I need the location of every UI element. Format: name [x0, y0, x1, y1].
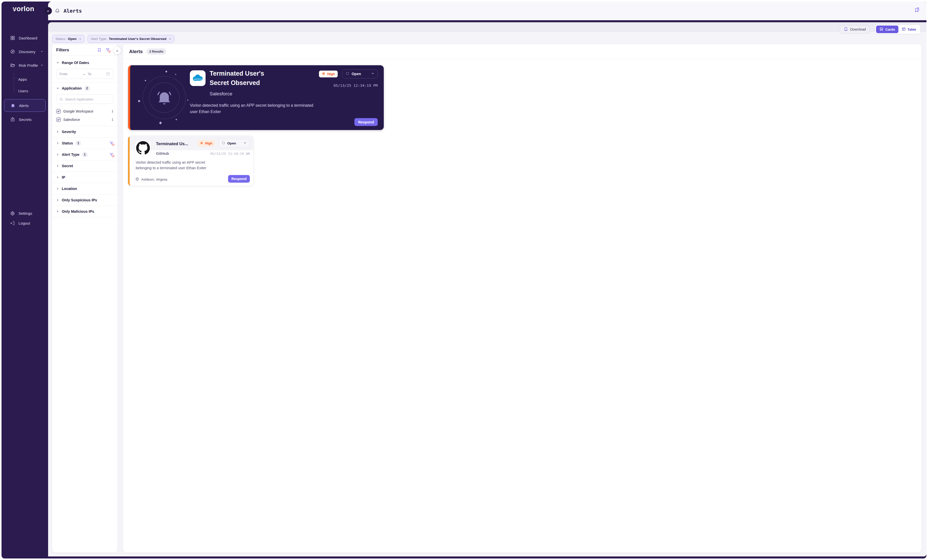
chevron-right-icon: [56, 176, 59, 179]
respond-button[interactable]: Respond: [228, 175, 250, 183]
filter-section-secret[interactable]: Secret: [52, 160, 118, 172]
chip-label: Alert Type:: [91, 37, 107, 41]
sidebar-item-alerts[interactable]: Alerts: [4, 99, 46, 112]
filters-end-divider: [52, 217, 118, 228]
status-label: Open: [227, 142, 236, 145]
sidebar-item-apps[interactable]: Apps: [2, 73, 48, 85]
github-logo: [135, 140, 151, 156]
alert-card-salesforce[interactable]: salesforce Terminated User's Secret Obse…: [128, 65, 384, 130]
alerts-header: Alerts 2 Results: [123, 44, 397, 59]
salesforce-logo: salesforce: [190, 70, 206, 86]
severity-label: High: [327, 72, 335, 76]
bell-illustration: [138, 69, 191, 126]
application-search: [56, 94, 113, 104]
filter-section-application[interactable]: Application 2: [52, 82, 118, 94]
sidebar-collapse-button[interactable]: «: [44, 7, 52, 15]
chevron-down-icon: [244, 142, 247, 145]
option-count: 1: [111, 109, 113, 113]
section-label: Status: [62, 141, 73, 145]
gear-icon: [10, 211, 15, 216]
sidebar-item-dashboard[interactable]: Dashboard: [2, 32, 48, 44]
search-icon: [59, 97, 63, 101]
respond-button[interactable]: Respond: [354, 118, 378, 126]
sidebar-item-discovery[interactable]: Discovery: [2, 45, 48, 58]
sidebar-item-risk-profile[interactable]: Risk Profile: [2, 59, 48, 72]
chevron-right-icon: [56, 142, 59, 145]
sidebar-item-secrets[interactable]: Secrets: [2, 113, 48, 126]
filters-collapse-button[interactable]: «: [113, 47, 121, 54]
filter-section-location[interactable]: Location: [52, 183, 118, 194]
toolbar: csv Download Cards Table: [48, 22, 397, 32]
filter-section-status[interactable]: Status 1: [52, 137, 118, 149]
option-count: 1: [111, 118, 113, 122]
top-header: « Alerts: [48, 2, 397, 20]
active-filter-chips: Status: Open × Alert Type: Terminated Us…: [52, 35, 174, 43]
bookmark-icon[interactable]: [97, 48, 102, 52]
alert-timestamp: 05/13/25 12:34:19 PM: [333, 84, 378, 88]
section-label: Only Malicious IPs: [62, 209, 94, 213]
status-dropdown[interactable]: Open: [219, 139, 250, 148]
filter-section-alert-type[interactable]: Alert Type 1: [52, 149, 118, 160]
sidebar-item-users[interactable]: Users: [2, 85, 48, 97]
folder-open-icon: [10, 63, 15, 68]
checkbox-checked[interactable]: [56, 109, 61, 114]
filter-section-only-suspicious-ips[interactable]: Only Suspicious IPs: [52, 194, 118, 205]
severity-badge: High: [197, 140, 215, 147]
clear-section-filter-icon[interactable]: [109, 152, 113, 157]
sidebar-item-label: Dashboard: [19, 36, 37, 40]
section-label: Location: [62, 187, 77, 191]
option-label: Google Workspace: [63, 109, 93, 113]
alert-card-github[interactable]: Terminated Us... High Open: [128, 136, 253, 186]
collapse-chevrons-icon: «: [116, 49, 118, 53]
logout-icon: [10, 221, 15, 226]
alert-title: Terminated Us...: [156, 142, 188, 146]
sidebar-item-label: Users: [18, 89, 28, 93]
sidebar-item-settings[interactable]: Settings: [2, 208, 48, 218]
checkbox-checked[interactable]: [56, 117, 61, 122]
alerts-panel: Alerts 2 Results: [123, 44, 397, 240]
chevron-right-icon: [56, 164, 59, 167]
close-icon[interactable]: ×: [79, 37, 81, 41]
date-to-placeholder[interactable]: To: [88, 72, 91, 76]
respond-label: Respond: [358, 120, 374, 124]
filter-chip-alert-type[interactable]: Alert Type: Terminated User's Secret Obs…: [88, 35, 174, 43]
status-dropdown[interactable]: Open: [342, 69, 378, 78]
sidebar: vorlon Dashboard Discovery Risk Profile: [2, 2, 48, 240]
close-icon[interactable]: ×: [169, 37, 171, 41]
filter-chip-status[interactable]: Status: Open ×: [52, 35, 84, 43]
chevron-right-icon: [56, 210, 59, 213]
section-count-badge: 1: [82, 152, 88, 157]
bell-icon: [11, 103, 15, 108]
clear-filters-icon[interactable]: [105, 48, 110, 52]
section-label: Secret: [62, 164, 73, 168]
option-label: Salesforce: [63, 118, 80, 122]
calendar-icon[interactable]: [106, 72, 110, 76]
filter-section-severity[interactable]: Severity: [52, 126, 118, 137]
chip-label: Status:: [55, 37, 66, 41]
section-label: Range Of Dates: [62, 61, 89, 65]
severity-label: High: [205, 142, 212, 145]
filter-section-only-malicious-ips[interactable]: Only Malicious IPs: [52, 205, 118, 217]
date-from-placeholder[interactable]: From: [60, 72, 67, 76]
date-range-input[interactable]: From → To: [56, 69, 113, 79]
chevron-right-icon: [56, 153, 59, 156]
filters-body: Range Of Dates From → To Applic: [52, 56, 118, 228]
filters-title: Filters: [56, 47, 97, 53]
arrow-right-icon: →: [82, 72, 86, 76]
chevron-right-icon: [56, 199, 59, 202]
compass-icon: [10, 49, 15, 54]
alert-description: Vorlon detected traffic using an APP sec…: [136, 160, 219, 171]
sidebar-item-logout[interactable]: Logout: [2, 218, 48, 228]
severity-diamond-icon: [322, 72, 325, 76]
section-label: IP: [62, 175, 65, 180]
chevron-right-icon: [56, 187, 59, 190]
alerts-title: Alerts: [129, 49, 143, 54]
severity-diamond-icon: [200, 142, 203, 145]
search-application-input[interactable]: [65, 97, 110, 101]
clear-section-filter-icon[interactable]: [109, 141, 113, 145]
alert-app-name: GitHub: [156, 151, 169, 156]
filter-section-ip[interactable]: IP: [52, 172, 118, 183]
severity-badge: High: [319, 71, 338, 78]
filter-section-range-of-dates[interactable]: Range Of Dates: [52, 57, 118, 68]
status-label: Open: [352, 72, 361, 76]
